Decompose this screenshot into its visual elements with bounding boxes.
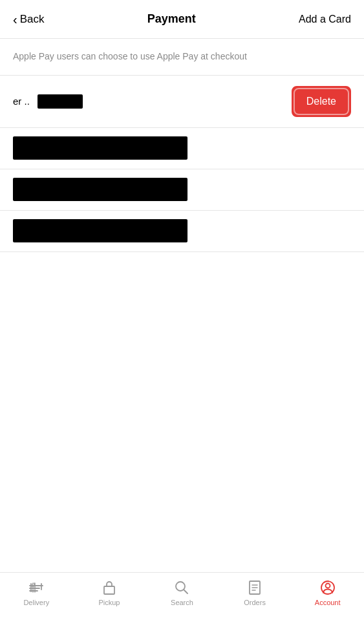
card-row-3	[0, 169, 364, 211]
orders-icon	[246, 579, 263, 596]
pickup-icon	[101, 579, 118, 596]
card-info: er ..	[13, 94, 292, 109]
nav-label-account: Account	[315, 599, 341, 606]
header: ‹ Back Payment Add a Card	[0, 0, 364, 39]
account-icon	[319, 579, 336, 596]
nav-label-delivery: Delivery	[23, 599, 49, 606]
card-row-4	[0, 211, 364, 252]
delete-button-wrapper: Delete	[292, 86, 351, 117]
back-chevron-icon: ‹	[13, 13, 17, 26]
card-redacted-block-4	[13, 219, 187, 242]
nav-item-pickup[interactable]: Pickup	[87, 579, 132, 606]
info-message: Apple Pay users can choose to use Apple …	[13, 51, 247, 61]
card-partial-number: er ..	[13, 96, 30, 107]
nav-item-search[interactable]: Search	[159, 579, 204, 606]
nav-label-orders: Orders	[244, 599, 266, 606]
bottom-nav: Delivery Pickup Search Orders	[0, 572, 364, 629]
nav-item-account[interactable]: Account	[305, 579, 350, 606]
svg-point-11	[325, 584, 330, 588]
card-redacted-block-2	[13, 136, 187, 160]
card-list: er .. Delete	[0, 75, 364, 252]
search-icon	[173, 579, 190, 596]
back-button[interactable]: ‹ Back	[13, 13, 44, 26]
svg-rect-3	[104, 586, 114, 594]
nav-item-delivery[interactable]: Delivery	[14, 579, 59, 606]
delete-button[interactable]: Delete	[295, 89, 348, 114]
info-bar: Apple Pay users can choose to use Apple …	[0, 39, 364, 75]
page-title: Payment	[147, 12, 196, 26]
nav-item-orders[interactable]: Orders	[232, 579, 277, 606]
svg-line-5	[184, 590, 188, 594]
add-card-button[interactable]: Add a Card	[299, 14, 351, 25]
nav-label-search: Search	[171, 599, 193, 606]
delivery-icon	[28, 579, 45, 596]
back-label: Back	[20, 13, 45, 26]
card-redacted-number	[37, 94, 83, 109]
nav-label-pickup: Pickup	[98, 599, 120, 606]
card-row-primary: er .. Delete	[0, 76, 364, 128]
card-row-2	[0, 128, 364, 169]
card-redacted-block-3	[13, 178, 187, 201]
